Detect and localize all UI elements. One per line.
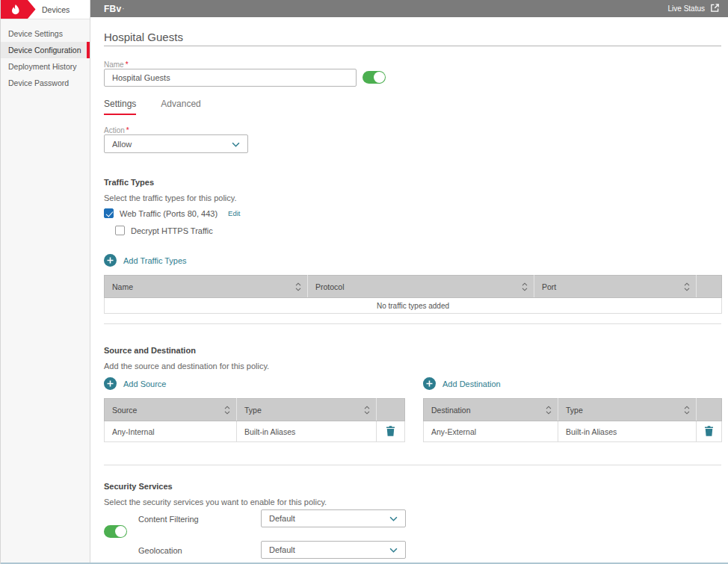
- sort-icon[interactable]: [684, 406, 690, 415]
- delete-destination-trash-icon[interactable]: [704, 426, 714, 438]
- column-header-protocol[interactable]: Protocol: [308, 276, 534, 298]
- add-source-button[interactable]: Add Source: [104, 377, 166, 390]
- plus-icon: [423, 377, 436, 390]
- action-dropdown[interactable]: Allow: [104, 134, 248, 153]
- traffic-types-empty-text: No traffic types added: [105, 298, 722, 314]
- content-filtering-label: Content Filtering: [138, 515, 199, 524]
- add-destination-button[interactable]: Add Destination: [423, 377, 501, 390]
- column-header-destination[interactable]: Destination: [424, 399, 558, 421]
- destination-table-row: Any-External Built-in Aliases: [424, 421, 722, 442]
- traffic-types-empty-row: No traffic types added: [105, 298, 722, 314]
- sort-icon[interactable]: [684, 282, 690, 291]
- column-header-protocol-label: Protocol: [315, 282, 345, 291]
- source-destination-subtitle: Add the source and destination for this …: [104, 362, 269, 371]
- column-header-source[interactable]: Source: [105, 399, 237, 421]
- web-traffic-label: Web Traffic (Ports 80, 443): [120, 209, 218, 218]
- column-header-type[interactable]: Type: [558, 399, 697, 421]
- live-status-label: Live Status: [668, 4, 705, 13]
- column-header-destination-label: Destination: [431, 406, 471, 415]
- destination-table: Destination Type Any-External Built-in A…: [423, 398, 722, 442]
- source-type-cell: Built-in Aliases: [237, 421, 377, 442]
- toggle-knob: [115, 526, 126, 537]
- column-header-type[interactable]: Type: [237, 399, 377, 421]
- add-traffic-types-button[interactable]: Add Traffic Types: [104, 254, 187, 267]
- web-traffic-row: Web Traffic (Ports 80, 443) Edit: [104, 208, 240, 218]
- sidebar-header: Devices: [1, 0, 90, 19]
- watchguard-flame-logo-icon: [1, 0, 36, 22]
- policy-enabled-toggle[interactable]: [363, 71, 386, 84]
- geolocation-dropdown[interactable]: Default: [261, 541, 406, 559]
- sort-icon[interactable]: [546, 406, 552, 415]
- sidebar-item-deployment-history[interactable]: Deployment History: [1, 58, 90, 75]
- destination-actions-cell: [697, 421, 722, 442]
- title-divider: [104, 46, 721, 46]
- source-table-header-row: Source Type: [105, 399, 405, 421]
- app-window: Devices Device Settings Device Configura…: [0, 0, 728, 564]
- sidebar: Devices Device Settings Device Configura…: [1, 0, 90, 564]
- column-header-name[interactable]: Name: [105, 276, 308, 298]
- geolocation-label: Geolocation: [138, 546, 182, 555]
- tab-settings[interactable]: Settings: [104, 99, 136, 115]
- action-field-label: Action*: [104, 126, 129, 134]
- content-filtering-toggle[interactable]: [104, 525, 127, 538]
- chevron-down-icon: [389, 514, 398, 523]
- decrypt-https-label: Decrypt HTTPS Traffic: [131, 226, 213, 235]
- tab-advanced[interactable]: Advanced: [161, 99, 200, 115]
- chevron-down-icon: [232, 140, 240, 149]
- sidebar-brand-label: Devices: [42, 5, 70, 14]
- column-header-type-label: Type: [566, 406, 583, 415]
- sort-icon[interactable]: [522, 282, 528, 291]
- add-source-label: Add Source: [123, 379, 166, 388]
- add-destination-label: Add Destination: [442, 379, 501, 388]
- delete-source-trash-icon[interactable]: [386, 426, 395, 438]
- traffic-types-heading: Traffic Types: [104, 178, 154, 187]
- external-link-icon: [710, 2, 720, 16]
- traffic-types-header-row: Name Protocol Port: [105, 276, 722, 298]
- toggle-knob: [374, 72, 385, 83]
- sidebar-nav: Device Settings Device Configuration Dep…: [1, 25, 90, 91]
- live-status-link[interactable]: Live Status: [668, 2, 720, 16]
- security-services-subtitle: Select the security services you want to…: [104, 498, 327, 506]
- sort-icon[interactable]: [364, 406, 370, 415]
- plus-icon: [104, 254, 117, 267]
- column-header-name-label: Name: [112, 282, 133, 291]
- sort-icon[interactable]: [295, 282, 301, 291]
- required-asterisk: *: [126, 61, 129, 69]
- device-title: FBv: [104, 4, 121, 14]
- column-header-actions: [697, 276, 722, 298]
- source-cell: Any-Internal: [105, 421, 237, 442]
- add-traffic-types-label: Add Traffic Types: [123, 256, 187, 265]
- source-actions-cell: [377, 421, 405, 442]
- device-title-mark: ·: [122, 4, 124, 13]
- traffic-types-table: Name Protocol Port No traffic types adde…: [104, 275, 722, 314]
- destination-table-header-row: Destination Type: [424, 399, 722, 421]
- chevron-down-icon: [389, 545, 398, 554]
- required-asterisk: *: [126, 126, 129, 134]
- web-traffic-edit-link[interactable]: Edit: [228, 209, 240, 217]
- column-header-source-label: Source: [112, 406, 137, 415]
- sidebar-item-device-configuration[interactable]: Device Configuration: [1, 42, 90, 58]
- name-label-text: Name: [104, 61, 124, 69]
- geolocation-dropdown-value: Default: [269, 545, 295, 554]
- column-header-port[interactable]: Port: [534, 276, 697, 298]
- content-filtering-dropdown[interactable]: Default: [261, 509, 406, 527]
- source-table-row: Any-Internal Built-in Aliases: [105, 421, 405, 442]
- decrypt-https-checkbox[interactable]: [115, 226, 125, 235]
- section-divider: [104, 323, 721, 324]
- action-dropdown-value: Allow: [112, 140, 132, 149]
- column-header-actions: [697, 399, 722, 421]
- main-content: Hospital Guests Name* Settings Advanced …: [90, 17, 728, 564]
- content-filtering-dropdown-value: Default: [269, 514, 295, 523]
- source-destination-heading: Source and Destination: [104, 346, 196, 355]
- sort-icon[interactable]: [224, 406, 230, 415]
- policy-name-input[interactable]: [104, 69, 357, 87]
- traffic-types-subtitle: Select the traffic types for this policy…: [104, 193, 237, 202]
- sidebar-item-device-password[interactable]: Device Password: [1, 75, 90, 91]
- security-services-heading: Security Services: [104, 482, 173, 491]
- web-traffic-checkbox[interactable]: [104, 208, 114, 218]
- column-header-type-label: Type: [244, 406, 262, 415]
- plus-icon: [104, 377, 117, 390]
- column-header-port-label: Port: [542, 282, 556, 291]
- sidebar-item-device-settings[interactable]: Device Settings: [1, 25, 90, 42]
- destination-type-cell: Built-in Aliases: [558, 421, 697, 442]
